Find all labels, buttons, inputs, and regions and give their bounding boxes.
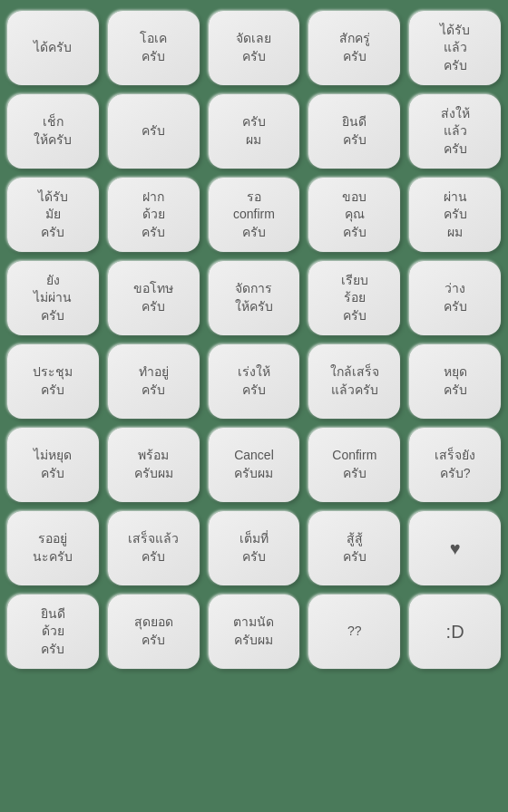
- sticker-35[interactable]: ♥: [409, 511, 501, 585]
- sticker-10[interactable]: ส่งให้ แล้ว ครับ: [409, 94, 501, 169]
- sticker-text-28: Cancel ครับผม: [234, 447, 274, 482]
- sticker-18[interactable]: จัดการ ให้ครับ: [209, 261, 300, 335]
- sticker-text-29: Confirm ครับ: [332, 447, 376, 482]
- sticker-text-7: ครับ: [142, 122, 165, 140]
- sticker-text-15: ผ่าน ครับ ผม: [444, 188, 467, 242]
- sticker-text-12: ฝาก ด้วย ครับ: [142, 188, 165, 242]
- sticker-text-21: ประชุม ครับ: [33, 363, 73, 399]
- sticker-39[interactable]: ??: [308, 594, 400, 669]
- sticker-8[interactable]: ครับ ผม: [209, 94, 300, 169]
- sticker-17[interactable]: ขอโทษ ครับ: [108, 261, 200, 335]
- sticker-29[interactable]: Confirm ครับ: [308, 428, 400, 502]
- sticker-3[interactable]: จัดเลย ครับ: [209, 11, 300, 85]
- sticker-text-38: ตามนัด ครับผม: [233, 614, 274, 649]
- sticker-text-22: ทำอยู่ ครับ: [139, 363, 169, 399]
- sticker-40[interactable]: :D: [409, 594, 501, 669]
- sticker-33[interactable]: เต็มที่ ครับ: [209, 511, 300, 585]
- sticker-text-14: ขอบ คุณ ครับ: [342, 188, 366, 242]
- sticker-11[interactable]: ได้รับ มัย ครับ: [7, 178, 99, 252]
- sticker-12[interactable]: ฝาก ด้วย ครับ: [108, 178, 200, 252]
- sticker-text-36: ยินดี ด้วย ครับ: [41, 605, 65, 659]
- sticker-text-34: สู้สู้ ครับ: [343, 530, 366, 566]
- sticker-text-19: เรียบ ร้อย ครับ: [341, 272, 368, 325]
- sticker-34[interactable]: สู้สู้ ครับ: [308, 511, 400, 585]
- sticker-text-26: ไม่หยุด ครับ: [34, 447, 72, 482]
- sticker-text-30: เสร็จยัง ครับ?: [435, 447, 475, 482]
- sticker-23[interactable]: เร่งให้ ครับ: [209, 344, 300, 419]
- sticker-32[interactable]: เสร็จแล้ว ครับ: [108, 511, 200, 585]
- sticker-15[interactable]: ผ่าน ครับ ผม: [409, 178, 501, 252]
- sticker-text-33: เต็มที่ ครับ: [239, 530, 269, 566]
- sticker-text-25: หยุด ครับ: [444, 363, 467, 399]
- sticker-16[interactable]: ยัง ไม่ผ่าน ครับ: [7, 261, 99, 335]
- sticker-28[interactable]: Cancel ครับผม: [209, 428, 300, 502]
- sticker-text-20: ว่าง ครับ: [444, 280, 467, 315]
- sticker-27[interactable]: พร้อม ครับผม: [108, 428, 200, 502]
- sticker-9[interactable]: ยินดี ครับ: [308, 94, 400, 169]
- sticker-31[interactable]: รออยู่ นะครับ: [7, 511, 99, 585]
- sticker-1[interactable]: ได้ครับ: [7, 11, 99, 85]
- sticker-text-4: สักครู่ ครับ: [339, 30, 370, 65]
- sticker-text-23: เร่งให้ ครับ: [238, 363, 270, 399]
- sticker-38[interactable]: ตามนัด ครับผม: [209, 594, 300, 669]
- sticker-text-1: ได้ครับ: [34, 39, 72, 57]
- sticker-36[interactable]: ยินดี ด้วย ครับ: [7, 594, 99, 669]
- sticker-text-3: จัดเลย ครับ: [236, 30, 271, 65]
- sticker-text-37: สุดยอด ครับ: [134, 614, 173, 649]
- sticker-text-11: ได้รับ มัย ครับ: [38, 188, 68, 242]
- sticker-text-27: พร้อม ครับผม: [134, 447, 173, 482]
- sticker-25[interactable]: หยุด ครับ: [409, 344, 501, 419]
- sticker-30[interactable]: เสร็จยัง ครับ?: [409, 428, 501, 502]
- sticker-text-10: ส่งให้ แล้ว ครับ: [441, 105, 470, 159]
- sticker-text-17: ขอโทษ ครับ: [133, 280, 173, 315]
- sticker-text-8: ครับ ผม: [242, 113, 266, 149]
- sticker-22[interactable]: ทำอยู่ ครับ: [108, 344, 200, 419]
- sticker-37[interactable]: สุดยอด ครับ: [108, 594, 200, 669]
- sticker-text-6: เช็ก ให้ครับ: [34, 113, 72, 149]
- sticker-text-31: รออยู่ นะครับ: [33, 530, 73, 566]
- sticker-text-32: เสร็จแล้ว ครับ: [128, 530, 179, 566]
- sticker-grid: ได้ครับโอเค ครับจัดเลย ครับสักครู่ ครับไ…: [7, 11, 501, 669]
- sticker-2[interactable]: โอเค ครับ: [108, 11, 200, 85]
- sticker-21[interactable]: ประชุม ครับ: [7, 344, 99, 419]
- sticker-4[interactable]: สักครู่ ครับ: [308, 11, 400, 85]
- sticker-text-2: โอเค ครับ: [140, 30, 167, 65]
- sticker-5[interactable]: ได้รับ แล้ว ครับ: [409, 11, 501, 85]
- sticker-7[interactable]: ครับ: [108, 94, 200, 169]
- sticker-text-18: จัดการ ให้ครับ: [235, 280, 273, 315]
- sticker-13[interactable]: รอ confirm ครับ: [209, 178, 300, 252]
- sticker-text-24: ใกล้เสร็จ แล้วครับ: [330, 363, 379, 399]
- sticker-text-9: ยินดี ครับ: [342, 113, 366, 149]
- sticker-19[interactable]: เรียบ ร้อย ครับ: [308, 261, 400, 335]
- sticker-14[interactable]: ขอบ คุณ ครับ: [308, 178, 400, 252]
- sticker-text-35: ♥: [450, 536, 461, 561]
- sticker-6[interactable]: เช็ก ให้ครับ: [7, 94, 99, 169]
- sticker-text-5: ได้รับ แล้ว ครับ: [440, 22, 470, 75]
- sticker-26[interactable]: ไม่หยุด ครับ: [7, 428, 99, 502]
- sticker-text-39: ??: [347, 623, 362, 641]
- sticker-20[interactable]: ว่าง ครับ: [409, 261, 501, 335]
- sticker-text-16: ยัง ไม่ผ่าน ครับ: [34, 272, 72, 325]
- sticker-text-40: :D: [446, 619, 464, 644]
- sticker-text-13: รอ confirm ครับ: [233, 188, 275, 242]
- sticker-24[interactable]: ใกล้เสร็จ แล้วครับ: [308, 344, 400, 419]
